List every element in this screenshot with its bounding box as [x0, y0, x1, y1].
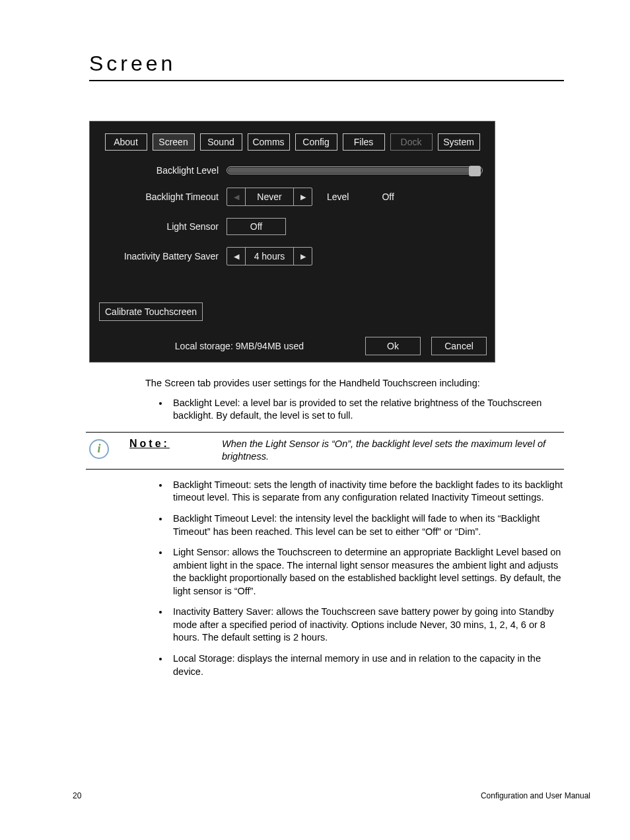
- bullet-local-storage: Local Storage: displays the internal mem…: [169, 652, 564, 678]
- tab-comms[interactable]: Comms: [248, 133, 290, 151]
- tab-bar: About Screen Sound Comms Config Files Do…: [98, 133, 487, 151]
- cancel-button[interactable]: Cancel: [431, 337, 487, 355]
- backlight-level-label: Backlight Level: [98, 165, 227, 176]
- light-sensor-toggle[interactable]: Off: [227, 218, 286, 235]
- bullet-light-sensor: Light Sensor: allows the Touchscreen to …: [169, 546, 564, 598]
- arrow-right-icon[interactable]: ▶: [293, 188, 312, 205]
- tab-about[interactable]: About: [105, 133, 147, 151]
- tab-system[interactable]: System: [438, 133, 480, 151]
- tab-files[interactable]: Files: [343, 133, 385, 151]
- tab-screen[interactable]: Screen: [153, 133, 195, 151]
- battery-saver-label: Inactivity Battery Saver: [98, 251, 227, 262]
- info-icon: i: [89, 439, 109, 459]
- note-label: Note:: [124, 438, 210, 450]
- arrow-left-icon[interactable]: ◀: [227, 188, 246, 205]
- timeout-level-value: Off: [382, 192, 394, 202]
- note-text: When the Light Sensor is “On”, the backl…: [222, 438, 564, 464]
- doc-title: Configuration and User Manual: [481, 791, 590, 800]
- backlight-level-slider[interactable]: [227, 166, 483, 174]
- backlight-timeout-stepper[interactable]: ◀ Never ▶: [227, 188, 312, 206]
- page-footer: 20 Configuration and User Manual: [73, 791, 590, 800]
- battery-saver-value: 4 hours: [246, 248, 293, 265]
- calibrate-touchscreen-button[interactable]: Calibrate Touchscreen: [99, 302, 203, 321]
- slider-fill: [228, 168, 473, 173]
- bullet-backlight-level: Backlight Level: a level bar is provided…: [169, 397, 564, 423]
- slider-thumb[interactable]: [469, 166, 481, 176]
- backlight-timeout-value: Never: [246, 188, 293, 205]
- bullet-backlight-timeout-level: Backlight Timeout Level: the intensity l…: [169, 512, 564, 538]
- arrow-left-icon[interactable]: ◀: [227, 248, 246, 265]
- light-sensor-label: Light Sensor: [98, 221, 227, 232]
- note-block: i Note: When the Light Sensor is “On”, t…: [86, 432, 564, 470]
- tab-dock: Dock: [390, 133, 433, 151]
- page-heading: Screen: [89, 52, 564, 81]
- arrow-right-icon[interactable]: ▶: [293, 248, 312, 265]
- device-screenshot: About Screen Sound Comms Config Files Do…: [89, 121, 495, 363]
- backlight-timeout-label: Backlight Timeout: [98, 192, 227, 202]
- local-storage-text: Local storage: 9MB/94MB used: [98, 341, 355, 351]
- intro-paragraph: The Screen tab provides user settings fo…: [145, 377, 564, 390]
- battery-saver-stepper[interactable]: ◀ 4 hours ▶: [227, 247, 312, 265]
- page-number: 20: [73, 791, 81, 800]
- timeout-level-label: Level: [327, 192, 349, 202]
- tab-config[interactable]: Config: [295, 133, 337, 151]
- bullet-inactivity-battery-saver: Inactivity Battery Saver: allows the Tou…: [169, 606, 564, 645]
- ok-button[interactable]: Ok: [365, 337, 421, 355]
- bullet-backlight-timeout: Backlight Timeout: sets the length of in…: [169, 479, 564, 505]
- tab-sound[interactable]: Sound: [200, 133, 242, 151]
